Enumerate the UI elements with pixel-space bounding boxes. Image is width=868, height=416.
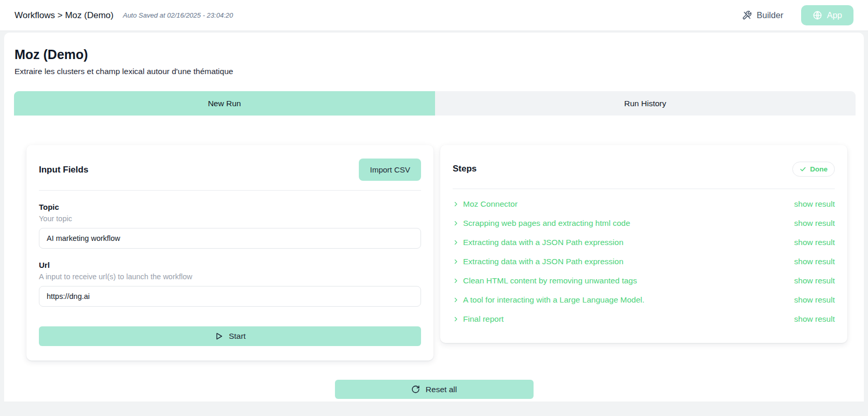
chevron-right-icon [453,239,459,246]
autosave-status: Auto Saved at 02/16/2025 - 23:04:20 [123,11,233,19]
step-row: Scrapping web pages and extracting html … [453,213,835,233]
tools-icon [742,10,752,20]
globe-icon [813,10,822,20]
url-label: Url [39,261,421,269]
status-badge-label: Done [810,165,828,173]
step-toggle[interactable]: Final report [453,314,503,324]
chevron-right-icon [453,316,459,322]
import-csv-button[interactable]: Import CSV [359,159,421,181]
steps-card: Steps Done Moz Connector [440,145,847,343]
step-label: A tool for interacting with a Large Lang… [463,295,645,305]
show-result-link[interactable]: show result [794,276,835,285]
step-row: Extracting data with a JSON Path express… [453,252,835,271]
step-label: Final report [463,314,503,324]
input-card-title: Input Fields [39,165,88,175]
step-toggle[interactable]: Extracting data with a JSON Path express… [453,257,623,266]
topic-field: Topic Your topic [39,203,421,249]
tab-run-history[interactable]: Run History [435,91,856,116]
url-input[interactable] [39,286,421,307]
chevron-right-icon [453,259,459,265]
url-field: Url A input to receive url(s) to launch … [39,261,421,307]
step-toggle[interactable]: Clean HTML content by removing unwanted … [453,276,637,285]
status-badge: Done [792,162,835,177]
step-label: Extracting data with a JSON Path express… [463,238,623,247]
builder-button[interactable]: Builder [739,10,786,21]
step-toggle[interactable]: Moz Connector [453,199,517,209]
chevron-right-icon [453,297,459,303]
reset-all-label: Reset all [426,385,457,394]
builder-button-label: Builder [757,10,783,20]
show-result-link[interactable]: show result [794,199,835,209]
step-toggle[interactable]: Extracting data with a JSON Path express… [453,238,623,247]
step-row: Final report show result [453,309,835,328]
step-toggle[interactable]: Scrapping web pages and extracting html … [453,219,630,228]
check-icon [800,166,806,173]
breadcrumb[interactable]: Workflows > Moz (Demo) [15,10,114,21]
page-head: Moz (Demo) Extraire les clusters et cham… [4,47,864,76]
topic-hint: Your topic [39,214,421,223]
topic-label: Topic [39,203,421,211]
step-toggle[interactable]: A tool for interacting with a Large Lang… [453,295,645,305]
header-actions: Builder App [739,5,853,25]
app-button-label: App [827,10,842,20]
step-row: Extracting data with a JSON Path express… [453,233,835,252]
refresh-icon [411,385,420,394]
steps-list: Moz Connector show result Scrapping web … [453,194,835,328]
play-icon [214,332,223,341]
chevron-right-icon [453,278,459,284]
tab-bar: New Run Run History [14,91,856,116]
start-button-label: Start [229,332,246,341]
page-title: Moz (Demo) [15,47,853,62]
show-result-link[interactable]: show result [794,238,835,247]
reset-all-button[interactable]: Reset all [335,380,534,399]
step-label: Scrapping web pages and extracting html … [463,219,630,228]
chevron-right-icon [453,220,459,226]
steps-card-header: Steps Done [453,159,835,179]
show-result-link[interactable]: show result [794,257,835,266]
tab-new-run[interactable]: New Run [14,91,435,116]
input-card-divider [39,190,421,191]
steps-card-divider [453,189,835,189]
step-label: Moz Connector [463,199,517,209]
page-subtitle: Extraire les clusters et champ lexical a… [15,67,853,76]
step-label: Clean HTML content by removing unwanted … [463,276,637,285]
main-panel: Moz (Demo) Extraire les clusters et cham… [4,33,864,401]
steps-card-title: Steps [453,164,477,174]
top-header: Workflows > Moz (Demo) Auto Saved at 02/… [0,0,868,31]
step-row: Clean HTML content by removing unwanted … [453,271,835,290]
show-result-link[interactable]: show result [794,295,835,305]
show-result-link[interactable]: show result [794,219,835,228]
input-card-header: Input Fields Import CSV [39,159,421,181]
show-result-link[interactable]: show result [794,314,835,324]
step-row: Moz Connector show result [453,194,835,213]
reset-row: Reset all [4,380,864,399]
chevron-right-icon [453,201,459,207]
step-row: A tool for interacting with a Large Lang… [453,290,835,309]
step-label: Extracting data with a JSON Path express… [463,257,623,266]
cards-row: Input Fields Import CSV Topic Your topic… [26,145,847,361]
topic-input[interactable] [39,228,421,249]
start-button[interactable]: Start [39,326,421,346]
app-button[interactable]: App [801,5,853,25]
input-fields-card: Input Fields Import CSV Topic Your topic… [26,145,433,361]
url-hint: A input to receive url(s) to launch the … [39,272,421,281]
